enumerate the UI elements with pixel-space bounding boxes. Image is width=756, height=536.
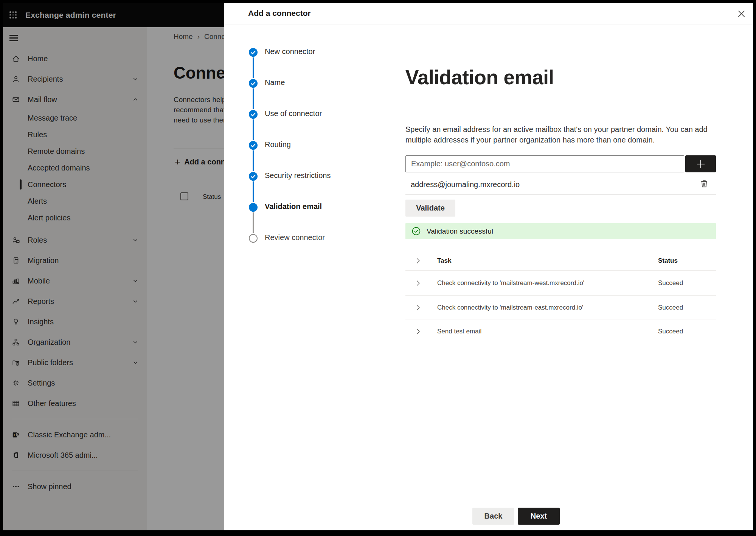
wizard-step-new-connector[interactable]: New connector bbox=[265, 47, 315, 56]
description-line: Specify an email address for an active m… bbox=[405, 124, 708, 135]
wizard-step-validation-email[interactable]: Validation email bbox=[265, 202, 322, 211]
status-column-header: Status bbox=[658, 257, 678, 265]
exchange-admin-window: Exchange admin center HomeRecipientsMail… bbox=[3, 3, 753, 530]
back-button[interactable]: Back bbox=[472, 508, 514, 525]
wizard-step-use-of-connector[interactable]: Use of connector bbox=[265, 109, 322, 118]
status-cell: Succeed bbox=[658, 328, 683, 335]
chevron-right-icon[interactable] bbox=[414, 304, 422, 311]
step-heading: Validation email bbox=[405, 66, 554, 89]
chevron-right-icon[interactable] bbox=[414, 328, 422, 335]
step-complete-check-icon[interactable] bbox=[249, 141, 258, 150]
table-row[interactable]: Check connectivity to 'mailstream-west.m… bbox=[405, 271, 716, 296]
panel-content: Validation email Specify an email addres… bbox=[405, 25, 716, 508]
next-button[interactable]: Next bbox=[518, 508, 560, 525]
divider bbox=[405, 194, 716, 195]
step-current-dot-icon[interactable] bbox=[249, 203, 258, 212]
wizard-steps: New connectorNameUse of connectorRouting… bbox=[224, 25, 381, 508]
step-description: Specify an email address for an active m… bbox=[405, 124, 708, 145]
trash-icon[interactable] bbox=[699, 179, 710, 189]
email-input[interactable] bbox=[405, 155, 684, 172]
validation-success-banner: Validation successful bbox=[405, 223, 716, 239]
table-row[interactable]: Check connectivity to 'mailstream-east.m… bbox=[405, 296, 716, 319]
check-circle-icon bbox=[412, 227, 421, 235]
step-connector-line bbox=[253, 88, 254, 109]
chevron-right-icon[interactable] bbox=[414, 279, 422, 287]
close-icon[interactable] bbox=[736, 8, 747, 19]
step-upcoming-circle-icon[interactable] bbox=[249, 234, 258, 243]
wizard-step-routing[interactable]: Routing bbox=[265, 140, 291, 149]
step-connector-line bbox=[253, 212, 254, 233]
task-cell: Send test email bbox=[437, 328, 481, 335]
step-complete-check-icon[interactable] bbox=[249, 48, 258, 57]
banner-text: Validation successful bbox=[427, 227, 493, 235]
chevron-right-icon[interactable] bbox=[414, 257, 422, 265]
step-connector-line bbox=[253, 119, 254, 140]
validate-button[interactable]: Validate bbox=[405, 200, 455, 217]
table-row[interactable]: Send test emailSucceed bbox=[405, 320, 716, 343]
step-complete-check-icon[interactable] bbox=[249, 79, 258, 88]
panel-header: Add a connector bbox=[224, 3, 753, 25]
task-cell: Check connectivity to 'mailstream-west.m… bbox=[437, 279, 584, 287]
address-row: address@journaling.mxrecord.io bbox=[405, 176, 716, 194]
status-cell: Succeed bbox=[658, 304, 683, 311]
task-column-header: Task bbox=[437, 257, 452, 265]
step-connector-line bbox=[253, 181, 254, 202]
task-cell: Check connectivity to 'mailstream-east.m… bbox=[437, 304, 583, 311]
add-email-button[interactable] bbox=[685, 155, 716, 172]
step-complete-check-icon[interactable] bbox=[249, 172, 258, 181]
wizard-step-security-restrictions[interactable]: Security restrictions bbox=[265, 171, 331, 180]
panel-title: Add a connector bbox=[248, 9, 311, 18]
wizard-step-review-connector[interactable]: Review connector bbox=[265, 233, 325, 242]
screen: Exchange admin center HomeRecipientsMail… bbox=[0, 0, 756, 536]
table-header-row: TaskStatus bbox=[405, 251, 716, 271]
add-connector-panel: Add a connector New connectorNameUse of … bbox=[224, 3, 753, 530]
status-cell: Succeed bbox=[658, 279, 683, 287]
step-connector-line bbox=[253, 57, 254, 78]
address-value: address@journaling.mxrecord.io bbox=[411, 180, 520, 189]
description-line: multiple addresses if your partner organ… bbox=[405, 135, 708, 145]
wizard-step-name[interactable]: Name bbox=[265, 78, 285, 87]
step-connector-line bbox=[253, 150, 254, 171]
step-complete-check-icon[interactable] bbox=[249, 110, 258, 119]
